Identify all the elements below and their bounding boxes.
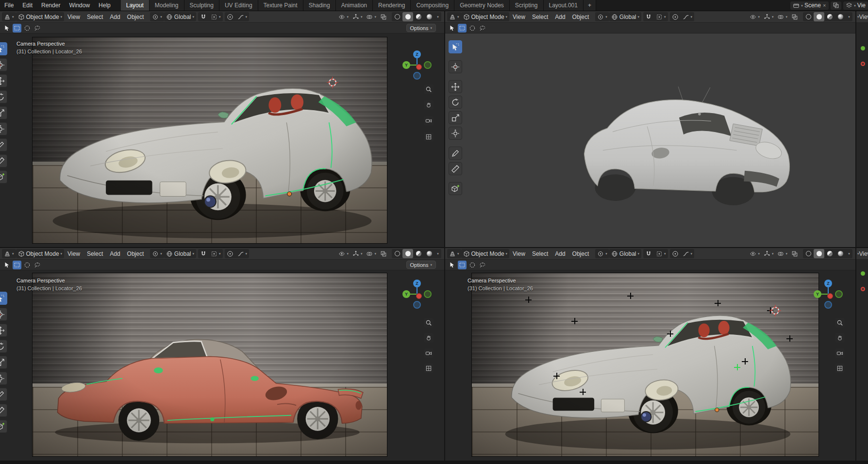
- workspace-tab-layout[interactable]: Layout: [121, 0, 150, 11]
- select-circle-mode-button[interactable]: [23, 261, 32, 269]
- workspace-tab-scripting[interactable]: Scripting: [510, 0, 544, 11]
- transform-orientation-button[interactable]: Global▾: [164, 12, 196, 21]
- workspace-tab-rendering[interactable]: Rendering: [373, 0, 411, 11]
- object-visibility-button[interactable]: ▾: [748, 249, 762, 258]
- object-visibility-button[interactable]: ▾: [336, 249, 351, 258]
- tool-scale[interactable]: [0, 356, 7, 369]
- mode-selector[interactable]: Object Mode▾: [461, 249, 510, 258]
- shading-wireframe-button[interactable]: [392, 12, 402, 21]
- show-overlays-button[interactable]: ▾: [775, 12, 789, 21]
- navigation-gizmo[interactable]: Z Y: [403, 51, 431, 79]
- viewport-canvas[interactable]: Camera Perspective (31) Collection | Loc…: [445, 270, 855, 461]
- axis-x-ball[interactable]: [861, 287, 865, 291]
- menu-object[interactable]: Object: [124, 249, 148, 258]
- menu-add[interactable]: Add: [106, 249, 123, 258]
- proportional-falloff-button[interactable]: ▾: [681, 249, 695, 258]
- tool-select-box[interactable]: [0, 292, 7, 305]
- menu-add[interactable]: Add: [551, 12, 568, 21]
- select-lasso-mode-button[interactable]: [478, 261, 487, 269]
- axis-neg-y-ball[interactable]: [424, 290, 432, 298]
- select-box-mode-button[interactable]: [13, 261, 21, 269]
- editor-type-button[interactable]: ▾: [447, 249, 461, 258]
- proportional-falloff-button[interactable]: ▾: [235, 249, 250, 258]
- show-overlays-button[interactable]: ▾: [364, 12, 378, 21]
- select-box-mode-button[interactable]: [458, 24, 467, 33]
- axis-neg-z-ball[interactable]: [824, 301, 832, 309]
- tool-rotate[interactable]: [449, 96, 462, 109]
- workspace-tab-modeling[interactable]: Modeling: [150, 0, 184, 11]
- workspace-tab-layout-001[interactable]: Layout.001: [544, 0, 584, 11]
- shading-rendered-button[interactable]: [424, 249, 434, 258]
- workspace-tab-texture-paint[interactable]: Texture Paint: [258, 0, 303, 11]
- car-model-overlay[interactable]: [485, 282, 806, 455]
- show-gizmo-button[interactable]: ▾: [762, 12, 776, 21]
- axis-y-ball[interactable]: Y: [814, 290, 821, 298]
- toggle-ortho-button[interactable]: [835, 364, 845, 373]
- shading-wireframe-button[interactable]: [803, 249, 814, 258]
- untextured-car-model[interactable]: [565, 83, 802, 216]
- toggle-xray-button[interactable]: [789, 249, 800, 258]
- 3d-cursor[interactable]: [326, 76, 339, 89]
- view-layer-selector[interactable]: ▾ Vie: [843, 1, 868, 10]
- select-circle-mode-button[interactable]: [468, 24, 477, 33]
- tool-select-box[interactable]: [449, 40, 462, 53]
- tweak-tool-button[interactable]: [2, 24, 11, 33]
- proportional-edit-toggle[interactable]: [225, 12, 235, 21]
- viewport-canvas[interactable]: Camera Perspective (31) Collection | Loc…: [0, 33, 444, 247]
- navigation-gizmo[interactable]: Z Y: [814, 280, 842, 308]
- menu-select[interactable]: Select: [529, 249, 551, 258]
- viewport-canvas[interactable]: [445, 33, 855, 247]
- axis-y-ball[interactable]: [861, 46, 865, 50]
- tool-measure[interactable]: [0, 404, 7, 417]
- tool-rotate[interactable]: [0, 90, 7, 103]
- menu-object[interactable]: Object: [124, 12, 148, 21]
- select-circle-mode-button[interactable]: [468, 261, 477, 269]
- axis-neg-z-ball[interactable]: [413, 301, 421, 309]
- pan-button[interactable]: [835, 333, 845, 343]
- options-dropdown[interactable]: Options▾: [406, 24, 436, 32]
- object-visibility-button[interactable]: ▾: [748, 12, 762, 21]
- editor-type-button[interactable]: ▾: [2, 249, 16, 258]
- shading-material-button[interactable]: [824, 12, 835, 21]
- show-gizmo-button[interactable]: ▾: [762, 249, 776, 258]
- car-model-overlay-clay[interactable]: [42, 315, 372, 454]
- tool-annotate[interactable]: [449, 147, 462, 160]
- menu-select[interactable]: Select: [83, 249, 106, 258]
- transform-pivot-button[interactable]: ▾: [595, 249, 609, 258]
- axis-z-ball[interactable]: Z: [413, 50, 421, 58]
- tool-add-cube[interactable]: [0, 420, 7, 433]
- axis-y-ball[interactable]: [861, 271, 865, 276]
- menu-add[interactable]: Add: [551, 249, 568, 258]
- workspace-tab-animation[interactable]: Animation: [336, 0, 373, 11]
- tweak-tool-button[interactable]: [448, 261, 456, 269]
- transform-pivot-button[interactable]: ▾: [150, 249, 164, 258]
- tool-transform[interactable]: [0, 372, 7, 385]
- show-overlays-button[interactable]: ▾: [775, 249, 789, 258]
- tool-measure[interactable]: [449, 162, 462, 175]
- tool-cursor[interactable]: [449, 60, 462, 73]
- workspace-tab-sculpting[interactable]: Sculpting: [184, 0, 219, 11]
- axis-x-ball[interactable]: [416, 64, 422, 70]
- select-lasso-mode-button[interactable]: [33, 24, 42, 33]
- tool-measure[interactable]: [0, 154, 7, 167]
- axis-z-ball[interactable]: Z: [413, 280, 421, 287]
- shading-solid-button[interactable]: [814, 12, 824, 21]
- camera-view-button[interactable]: [835, 348, 845, 358]
- shading-material-button[interactable]: [824, 249, 835, 258]
- proportional-edit-toggle[interactable]: [670, 249, 681, 258]
- transform-orientation-button[interactable]: Global▾: [609, 12, 641, 21]
- workspace-tab-compositing[interactable]: Compositing: [411, 0, 454, 11]
- toggle-ortho-button[interactable]: [424, 364, 434, 373]
- zoom-button[interactable]: [835, 318, 845, 328]
- tool-cursor[interactable]: [0, 58, 7, 71]
- snap-settings-button[interactable]: ▾: [209, 249, 223, 258]
- shading-dropdown-button[interactable]: ▾: [434, 249, 441, 258]
- axis-neg-z-ball[interactable]: [413, 72, 421, 80]
- shading-dropdown-button[interactable]: ▾: [846, 249, 852, 258]
- shading-rendered-button[interactable]: [424, 12, 434, 21]
- pan-button[interactable]: [424, 100, 434, 110]
- tool-transform[interactable]: [449, 127, 462, 140]
- tweak-tool-button[interactable]: [2, 261, 11, 269]
- menu-edit[interactable]: Edit: [18, 0, 37, 11]
- menu-help[interactable]: Help: [94, 0, 115, 11]
